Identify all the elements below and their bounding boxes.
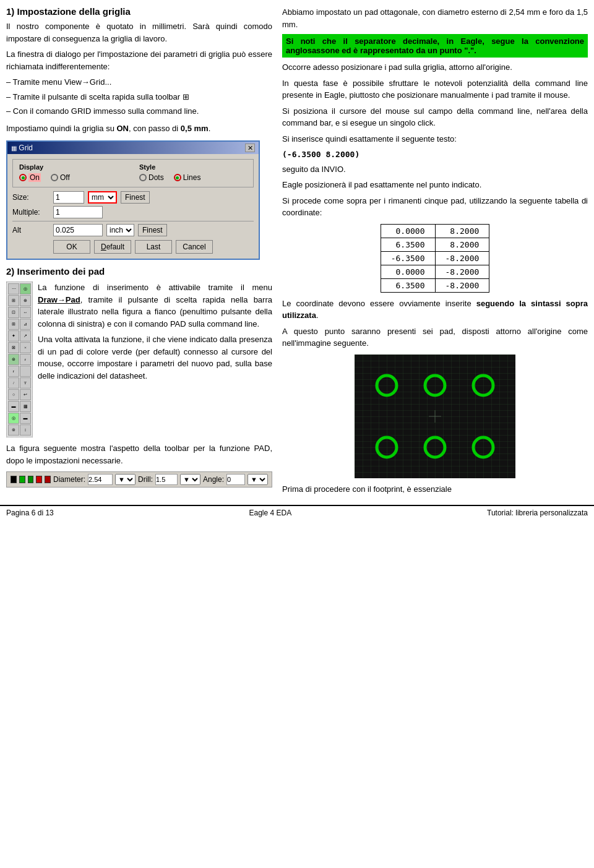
finest1-button[interactable]: Finest — [121, 191, 150, 204]
left-column: 1) Impostazione della griglia Il nostro … — [6, 6, 272, 499]
table-row: 0.00008.2000 — [381, 224, 489, 238]
bullet2: – Tramite il pulsante di scelta rapida s… — [6, 91, 272, 103]
bullets-list: – Tramite menu View→Grid... – Tramite il… — [6, 76, 272, 118]
draw-pad-link: Draw→Pad — [38, 295, 80, 304]
toolbar-icon[interactable]: / — [8, 377, 19, 389]
off-radio[interactable]: Off — [51, 173, 70, 182]
on-radio[interactable]: On — [19, 173, 41, 182]
right-para9: Le coordinate devono essere ovviamente i… — [282, 298, 588, 322]
toolbar-icon[interactable]: ○ — [8, 389, 19, 400]
section1-title: 1) Impostazione della griglia — [6, 6, 272, 17]
footer-tutorial: Tutorial: libreria personalizzata — [487, 509, 588, 517]
toolbar-icon[interactable]: ↕ — [20, 424, 31, 436]
table-row: 6.35008.2000 — [381, 238, 489, 251]
toolbar-icon[interactable]: ⋯ — [8, 283, 19, 294]
toolbar-icon[interactable]: ▬ — [20, 413, 31, 424]
style-group: Style Dots — [139, 163, 247, 182]
final-para: Prima di procedere con il footprint, è e… — [282, 483, 588, 496]
toolbar-icon[interactable]: ⊿ — [20, 319, 31, 330]
dialog-body: Display On — [7, 154, 259, 259]
pcb-image — [355, 355, 515, 478]
coord-x: -6.3500 — [381, 251, 435, 265]
toolbar-icon[interactable]: ▬ — [8, 401, 19, 412]
page-footer: Pagina 6 di 13 Eagle 4 EDA Tutorial: lib… — [0, 505, 594, 520]
color-btn-black[interactable] — [11, 476, 17, 483]
multiple-label: Multiple: — [12, 208, 50, 217]
dialog-close-button[interactable]: ✕ — [245, 144, 255, 152]
dialog-titlebar: ▦ Grid ✕ — [7, 142, 259, 154]
display-label: Display — [19, 163, 127, 171]
toolbar-icon[interactable]: ◎ — [20, 283, 31, 294]
toolbar-icon[interactable] — [20, 366, 31, 377]
coord-x: 0.0000 — [381, 265, 435, 278]
default-button[interactable]: Default — [94, 240, 131, 254]
right-para2: Occorre adesso posizionare i pad sulla g… — [282, 61, 588, 74]
diameter-unit[interactable]: ▼ — [115, 474, 136, 485]
toolbar-icon[interactable]: r — [8, 366, 19, 377]
coord-y: -8.2000 — [435, 278, 489, 292]
style-radio-row: Dots Lines — [139, 173, 247, 182]
toolbar-icon[interactable]: T — [20, 377, 31, 389]
toolbar-icon[interactable]: ⊛ — [8, 354, 19, 365]
right-para1: Abbiamo impostato un pad ottagonale, con… — [282, 6, 588, 30]
on-bold: ON — [116, 124, 129, 133]
coord-y: 8.2000 — [435, 224, 489, 238]
alt-unit-select[interactable]: inch mm mil — [106, 224, 134, 236]
toolbar-icon[interactable]: ⊞ — [8, 319, 19, 330]
toolbar-icon[interactable]: ↗ — [20, 330, 31, 342]
coordinates-table: 0.00008.20006.35008.2000-6.3500-8.20000.… — [381, 224, 490, 293]
pad-para1: La funzione di inserimento è attivabile … — [38, 281, 272, 330]
pad-para2: Una volta attivata la funzione, il che v… — [38, 333, 272, 382]
right-para6: seguito da INVIO. — [282, 163, 588, 176]
grid-dialog: ▦ Grid ✕ Display On — [6, 140, 260, 260]
multiple-input[interactable] — [53, 206, 103, 218]
drill-input[interactable] — [155, 474, 178, 485]
angle-label: Angle: — [203, 475, 224, 484]
right-para5: Si inserisce quindi esattamente il segue… — [282, 133, 588, 145]
color-btn-dark-red[interactable] — [45, 476, 51, 483]
coord-x: 6.3500 — [381, 278, 435, 292]
cancel-button[interactable]: Cancel — [176, 240, 213, 254]
size-input[interactable] — [53, 191, 84, 204]
toolbar-icon[interactable]: ▩ — [20, 401, 31, 412]
display-radio-row: On Off — [19, 173, 127, 182]
drill-unit[interactable]: ▼ — [180, 474, 200, 485]
toolbar-icon[interactable]: ⊡ — [8, 307, 19, 318]
color-btn-green[interactable] — [19, 476, 25, 483]
syntax-bold: seguendo la sintassi sopra utilizzata — [282, 299, 588, 320]
para1: Il nostro componente è quotato in millim… — [6, 20, 272, 45]
toolbar-icon[interactable]: ↩ — [20, 389, 31, 400]
dots-radio[interactable]: Dots — [139, 173, 164, 182]
lines-radio[interactable]: Lines — [174, 173, 201, 182]
toolbar-icon[interactable]: ⊠ — [8, 342, 19, 353]
title-icon: ▦ — [11, 145, 17, 152]
toolbar-icon[interactable]: r — [20, 354, 31, 365]
size-unit-select[interactable]: mm inch mil — [88, 191, 117, 204]
bullet3: – Con il comando GRID immesso sulla comm… — [6, 105, 272, 118]
color-btn-dark-green[interactable] — [28, 476, 34, 483]
finest2-button[interactable]: Finest — [138, 224, 167, 236]
toolbar-icon[interactable]: ✦ — [8, 330, 19, 342]
angle-input[interactable] — [226, 474, 245, 485]
right-column: Abbiamo impostato un pad ottagonale, con… — [282, 6, 588, 499]
last-button[interactable]: Last — [135, 240, 172, 254]
toolbar-icon[interactable]: × — [20, 342, 31, 353]
pad-toolbar-icon[interactable]: ◎ — [8, 413, 19, 424]
color-btn-red[interactable] — [36, 476, 42, 483]
diameter-input[interactable] — [88, 474, 113, 485]
right-para3: In questa fase è possibile sfruttare le … — [282, 77, 588, 101]
coord-y: 8.2000 — [435, 238, 489, 251]
size-label: Size: — [12, 193, 50, 202]
angle-unit[interactable]: ▼ — [248, 474, 268, 485]
right-para8: Si procede come sopra per i rimanenti ci… — [282, 195, 588, 219]
toolbar-icon[interactable]: ↔ — [20, 307, 31, 318]
alt-input[interactable] — [53, 224, 103, 236]
toolbar-icon[interactable]: ⊞ — [8, 295, 19, 306]
style-label: Style — [139, 163, 247, 171]
alt-label: Alt — [12, 226, 50, 234]
coord-x: 6.3500 — [381, 238, 435, 251]
coord-x: 0.0000 — [381, 224, 435, 238]
toolbar-icon[interactable]: ⊕ — [20, 295, 31, 306]
ok-button[interactable]: OK — [53, 240, 90, 254]
toolbar-icon[interactable]: ⊚ — [8, 424, 19, 436]
